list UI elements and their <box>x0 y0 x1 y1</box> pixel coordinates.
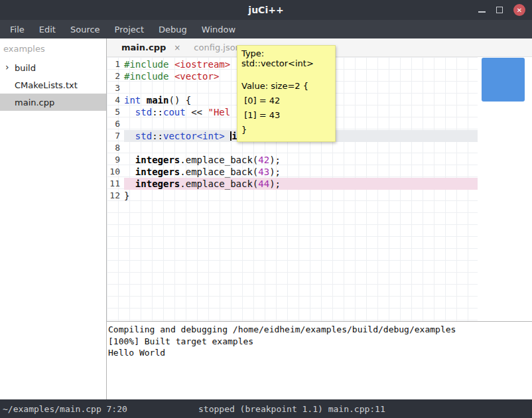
line-number[interactable]: 1 <box>107 58 124 70</box>
title-bar: juCi++ ✕ <box>0 0 532 20</box>
status-debug-state: stopped (breakpoint 1.1) main.cpp:11 <box>198 404 385 414</box>
code-line-12[interactable]: 12} <box>107 190 478 202</box>
terminal-line: Compiling and debugging /home/eidheim/ex… <box>108 324 532 336</box>
menu-item-edit[interactable]: Edit <box>32 20 63 38</box>
line-number[interactable]: 4 <box>107 94 124 106</box>
expander-arrow-icon[interactable]: › <box>5 62 9 72</box>
code-line-10[interactable]: 10 integers.emplace_back(43); <box>107 166 478 178</box>
menu-item-project[interactable]: Project <box>107 20 151 38</box>
close-icon[interactable]: ✕ <box>513 4 525 16</box>
code-text: integers.emplace_back(43); <box>124 166 478 178</box>
window-controls: ✕ <box>478 0 525 20</box>
line-number[interactable]: 11 <box>107 178 124 190</box>
line-number[interactable]: 12 <box>107 190 124 202</box>
line-number[interactable]: 8 <box>107 142 124 154</box>
terminal-line: [100%] Built target examples <box>108 336 532 348</box>
tooltip-type-line: Type: std::vector<int> <box>241 48 331 68</box>
tab-main-cpp[interactable]: main.cpp × <box>115 38 187 56</box>
menu-item-debug[interactable]: Debug <box>151 20 194 38</box>
menu-item-file[interactable]: File <box>3 20 32 38</box>
tab-close-icon[interactable]: × <box>174 43 180 52</box>
line-number[interactable]: 3 <box>107 82 124 94</box>
line-number[interactable]: 6 <box>107 118 124 130</box>
tree-item-main-cpp[interactable]: main.cpp <box>0 94 106 111</box>
status-bar: ~/examples/main.cpp 7:20 stopped (breakp… <box>0 399 532 418</box>
tooltip-value-line: } <box>241 123 331 137</box>
app-window: juCi++ ✕ FileEditSourceProjectDebugWindo… <box>0 0 532 418</box>
minimize-icon[interactable] <box>478 11 486 13</box>
code-line-9[interactable]: 9 integers.emplace_back(42); <box>107 154 478 166</box>
tree-item-label: CMakeLists.txt <box>15 80 78 90</box>
code-line-8[interactable]: 8 <box>107 142 478 154</box>
tree-item-label: build <box>15 63 36 73</box>
line-number[interactable]: 10 <box>107 166 124 178</box>
code-text <box>124 142 478 154</box>
restore-icon[interactable] <box>496 7 503 13</box>
tree-item-cmakelists-txt[interactable]: CMakeLists.txt <box>0 76 106 94</box>
tooltip-value-block: Value: size=2 { [0] = 42 [1] = 43} <box>241 79 331 137</box>
code-text: integers.emplace_back(44); <box>124 178 478 190</box>
editor-right-margin <box>478 57 532 321</box>
terminal-output[interactable]: Compiling and debugging /home/eidheim/ex… <box>107 321 532 399</box>
menu-item-window[interactable]: Window <box>194 20 243 38</box>
code-text: } <box>124 190 478 202</box>
scrollbar-thumb[interactable] <box>482 58 525 102</box>
tab-label: config.json <box>194 42 241 52</box>
line-number[interactable]: 9 <box>107 154 124 166</box>
menu-bar: FileEditSourceProjectDebugWindow <box>0 20 532 38</box>
tooltip-value-line: [0] = 42 <box>241 94 331 108</box>
window-title: juCi++ <box>248 5 283 15</box>
code-line-11[interactable]: 11 integers.emplace_back(44); <box>107 178 478 190</box>
tree-item-label: main.cpp <box>15 98 54 107</box>
terminal-line: Hello World <box>108 347 532 359</box>
tooltip-value-line: [1] = 43 <box>241 108 331 123</box>
code-text: integers.emplace_back(42); <box>124 154 478 166</box>
line-number[interactable]: 7 <box>107 130 124 142</box>
menu-item-source[interactable]: Source <box>63 20 107 38</box>
content: examples ›buildCMakeLists.txtmain.cpp ma… <box>0 38 532 399</box>
tree-item-build[interactable]: ›build <box>0 59 106 76</box>
line-number[interactable]: 5 <box>107 106 124 118</box>
debug-value-tooltip: Type: std::vector<int> Value: size=2 { [… <box>237 45 336 142</box>
main-pane: main.cpp × config.json 1#include <iostre… <box>107 38 532 399</box>
file-tree-sidebar: examples ›buildCMakeLists.txtmain.cpp <box>0 38 107 399</box>
tab-label: main.cpp <box>121 42 166 52</box>
project-name-header: examples <box>0 38 106 59</box>
file-tree: ›buildCMakeLists.txtmain.cpp <box>0 59 106 111</box>
line-number[interactable]: 2 <box>107 70 124 82</box>
tooltip-value-line: Value: size=2 { <box>241 79 331 94</box>
status-file-position: ~/examples/main.cpp 7:20 <box>0 404 127 414</box>
